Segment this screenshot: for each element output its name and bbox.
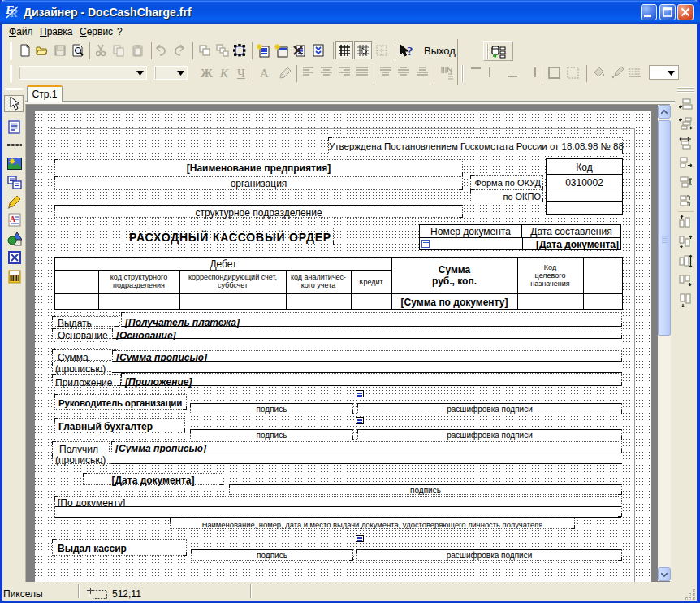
svg-text:?: ?: [407, 45, 413, 58]
svg-text:A: A: [10, 215, 16, 223]
